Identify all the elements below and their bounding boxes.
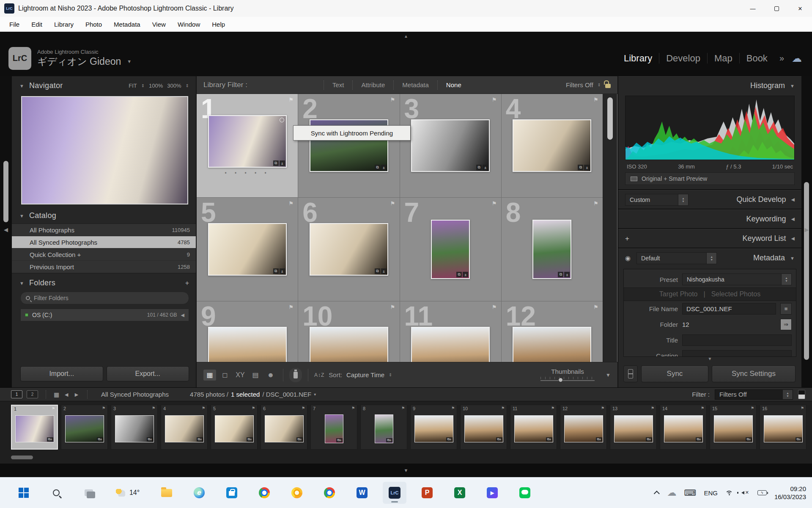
flag-icon[interactable]: ⚑ — [202, 406, 205, 410]
grid-cell[interactable]: 9 ⚑ ⧉± • • • • • — [197, 301, 298, 362]
filter-folders-input[interactable]: Filter Folders — [20, 292, 189, 304]
smart-preview-status[interactable]: Original + Smart Preview — [625, 172, 795, 185]
file-name-list-icon[interactable]: ≡ — [780, 303, 792, 315]
flag-icon[interactable]: ⚑ — [289, 97, 294, 103]
filmstrip-item[interactable]: 12 ⚑ ⧉± — [560, 405, 607, 450]
flag-icon[interactable]: ⚑ — [593, 200, 598, 207]
title-input[interactable] — [682, 334, 792, 346]
taskbar-app[interactable] — [285, 482, 309, 504]
filmstrip-thumbnail[interactable]: ⧉± — [414, 415, 453, 442]
stepper-icon[interactable]: ▲▼ — [706, 253, 716, 264]
onedrive-icon[interactable]: ☁ — [667, 487, 677, 498]
minimize-button[interactable]: — — [741, 0, 765, 17]
module-tab[interactable]: Book — [740, 53, 774, 64]
flag-icon[interactable]: ⚑ — [593, 97, 598, 103]
painter-tool[interactable] — [289, 368, 302, 382]
taskbar-app[interactable] — [155, 482, 178, 504]
flag-icon[interactable]: ⚑ — [593, 304, 598, 310]
sync-button[interactable]: Sync — [641, 365, 708, 382]
filmstrip-item[interactable]: 5 ⚑ ⧉± — [211, 405, 258, 450]
metadata-eye-icon[interactable]: ◉ — [625, 254, 631, 262]
develop-badge-icon[interactable]: ± — [483, 165, 488, 170]
taskbar-app[interactable] — [77, 482, 101, 504]
wifi-icon[interactable] — [725, 490, 734, 496]
taskbar-app[interactable] — [513, 482, 537, 504]
flag-icon[interactable]: ⚑ — [390, 97, 395, 103]
navigator-preview[interactable] — [21, 96, 188, 204]
menu-item[interactable]: Library — [48, 21, 80, 28]
grid-cell[interactable]: 2 ⚑ ⧉± • • • • • — [298, 94, 399, 197]
folders-collapse-icon[interactable]: ▼ — [19, 281, 24, 286]
bottom-panel-collapse[interactable]: ▼ — [0, 464, 812, 477]
flag-icon[interactable]: ⚑ — [501, 406, 505, 410]
flag-icon[interactable]: ⚑ — [289, 200, 294, 207]
muted-speaker-icon[interactable]: ✕ — [741, 489, 750, 496]
collection-badge-icon[interactable]: ⧉ — [375, 268, 380, 274]
sort-value-dropdown[interactable]: Capture Time — [346, 371, 384, 378]
filter-preset-dropdown[interactable]: Filters Off — [566, 81, 593, 88]
menu-item[interactable]: File — [3, 21, 25, 28]
right-panel-scrollbar[interactable] — [804, 182, 809, 360]
maximize-button[interactable] — [765, 0, 788, 17]
sync-settings-button[interactable]: Sync Settings — [712, 365, 796, 382]
grid-cell[interactable]: 10 ⚑ ⧉± • • • • • — [298, 301, 399, 362]
grid-cell[interactable]: 12 ⚑ ⧉± • • • • • — [502, 301, 603, 362]
grid-cell[interactable]: 7 ⚑ ⧉± • • • • • — [400, 198, 501, 301]
secondary-monitor-button[interactable]: 2 — [27, 390, 38, 398]
flag-icon[interactable]: ⚑ — [492, 97, 497, 103]
sort-direction-icon[interactable]: A↕Z — [314, 372, 324, 378]
navigator-zoom-100[interactable]: 100% — [149, 83, 163, 89]
collection-badge-icon[interactable]: ⧉ — [476, 165, 482, 170]
previous-photo-icon[interactable]: ◄ — [63, 391, 69, 398]
navigator-fit[interactable]: FIT — [129, 83, 137, 89]
catalog-row[interactable]: All Synced Photographs 4785 — [12, 236, 196, 248]
filmstrip-item[interactable]: 13 ⚑ ⧉± — [610, 405, 657, 450]
filmstrip-item[interactable]: 2 ⚑ ⧉± — [61, 405, 108, 450]
clock[interactable]: 09:20 16/03/2023 — [774, 485, 806, 501]
filter-tab[interactable]: Attribute — [352, 80, 393, 90]
taskbar-app[interactable]: ▶ — [480, 482, 504, 504]
flag-icon[interactable]: ⚑ — [302, 406, 305, 410]
source-caret-icon[interactable]: ▾ — [314, 392, 316, 397]
navigator-collapse-icon[interactable]: ▼ — [19, 83, 24, 88]
filmstrip-thumbnail[interactable]: ⧉± — [514, 415, 553, 442]
go-to-folder-icon[interactable]: ⇒ — [780, 319, 792, 330]
photo-thumbnail[interactable]: ⧉± — [411, 327, 490, 362]
stepper-icon[interactable]: ▲▼ — [782, 390, 793, 399]
develop-badge-icon[interactable]: ± — [381, 268, 387, 274]
next-photo-icon[interactable]: ► — [74, 391, 80, 398]
navigator-zoom-300[interactable]: 300% — [167, 83, 181, 89]
module-tab[interactable]: Map — [708, 53, 740, 64]
taskbar-app[interactable] — [220, 482, 244, 504]
taskbar-app[interactable]: e — [187, 482, 211, 504]
filmstrip-thumbnail[interactable]: ⧉± — [664, 415, 703, 442]
module-tab[interactable]: Library — [617, 53, 659, 64]
filmstrip-thumbnail[interactable]: ⧉± — [325, 414, 343, 443]
filmstrip-thumbnail[interactable]: ⧉± — [65, 415, 104, 442]
fit-stepper-icon[interactable]: ⇕ — [141, 83, 145, 88]
battery-icon[interactable]: ϟ — [757, 490, 767, 495]
histogram-chart[interactable] — [625, 96, 795, 160]
cloud-sync-icon[interactable]: ☁ — [789, 52, 802, 64]
collapse-left-panel-icon[interactable]: ◀ — [4, 226, 8, 233]
collection-badge-icon[interactable]: ⧉ — [273, 160, 279, 166]
filmstrip-scrollbar[interactable] — [11, 456, 33, 459]
photo-thumbnail[interactable]: ⧉± — [513, 327, 591, 362]
view-mode-icon[interactable]: ▦ — [203, 370, 216, 381]
file-name-value[interactable]: DSC_0001.NEF — [682, 303, 776, 315]
filmstrip-item[interactable]: 8 ⚑ ⧉± — [360, 405, 407, 450]
photo-thumbnail[interactable]: ⧉± — [310, 223, 388, 276]
filmstrip-item[interactable]: 4 ⚑ ⧉± — [161, 405, 208, 450]
language-indicator[interactable]: ENG — [704, 489, 718, 497]
collection-badge-icon[interactable]: ⧉ — [578, 165, 583, 170]
develop-badge-icon[interactable]: ± — [280, 268, 285, 274]
metadata-preset-dropdown[interactable]: Nishogakusha ▲▼ — [682, 273, 792, 285]
flag-icon[interactable]: ⚑ — [551, 406, 554, 410]
photo-thumbnail[interactable]: ⧉± — [431, 220, 470, 279]
filmstrip-thumbnail[interactable]: ⧉± — [464, 415, 503, 442]
filmstrip-item[interactable]: 3 ⚑ ⧉± — [111, 405, 158, 450]
grid-cell[interactable]: 1 ⚑ ⧉± • • • • • — [197, 94, 298, 197]
flag-icon[interactable]: ⚑ — [390, 200, 395, 207]
filter-preset-stepper-icon[interactable]: ⇕ — [598, 83, 601, 87]
filmstrip-thumbnail[interactable]: ⧉± — [614, 415, 653, 442]
